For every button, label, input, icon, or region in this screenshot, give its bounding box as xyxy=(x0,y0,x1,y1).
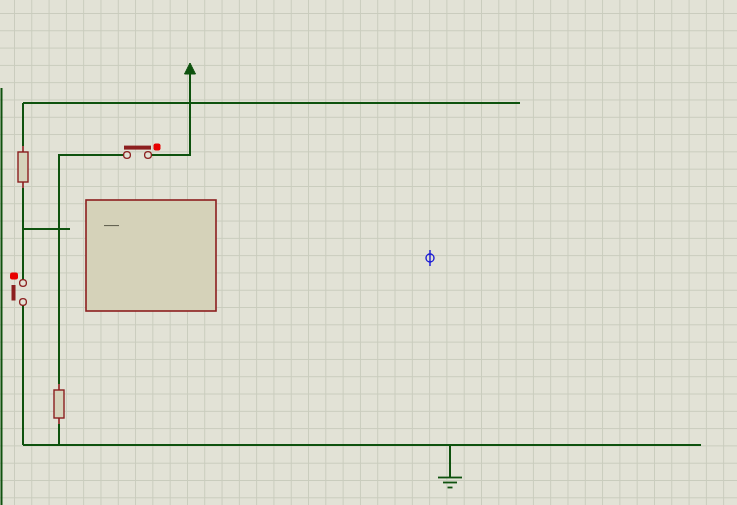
button-actuator[interactable] xyxy=(10,273,18,280)
schematic-drawing xyxy=(0,0,737,505)
reset-push-button[interactable] xyxy=(10,273,26,306)
button-actuator[interactable] xyxy=(154,144,161,151)
wire-vdd-ok xyxy=(151,74,190,155)
button-bar xyxy=(12,285,16,301)
power-terminal-vdd[interactable] xyxy=(185,63,196,74)
origin-marker xyxy=(426,250,434,266)
proteus-schematic-canvas xyxy=(0,0,737,505)
power-arrow-icon xyxy=(185,63,196,74)
button-bar xyxy=(124,146,151,150)
resistor-r13[interactable] xyxy=(54,384,64,424)
ok-push-button[interactable] xyxy=(124,144,161,159)
ground-symbol[interactable] xyxy=(438,478,462,488)
resistor-r15[interactable] xyxy=(18,146,28,188)
mcu-pic16f628a[interactable] xyxy=(86,200,216,311)
